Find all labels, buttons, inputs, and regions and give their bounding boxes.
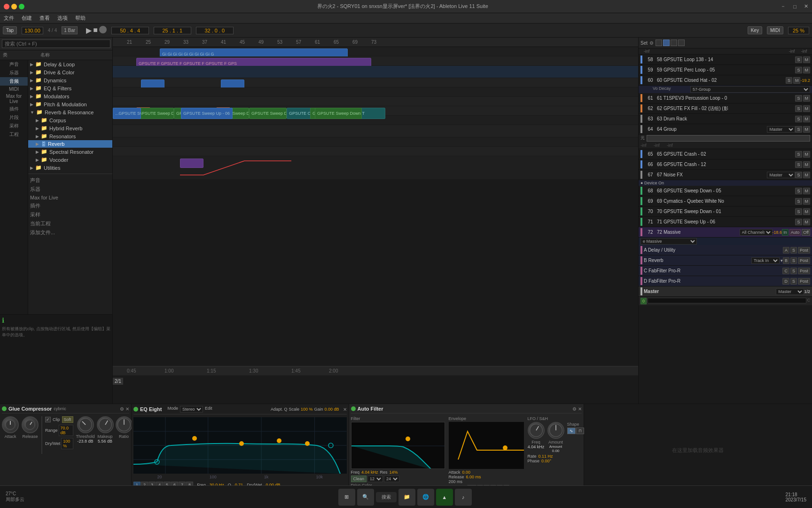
device-settings-icon[interactable]: ⚙ (120, 406, 124, 412)
browser-pitch[interactable]: ▶📁 Pitch & Modulation (28, 100, 112, 108)
envelope-display[interactable] (449, 422, 524, 469)
adapt-q-label[interactable]: Adapt. Q (271, 407, 288, 412)
mode-select[interactable]: Stereo (180, 406, 203, 413)
shape-square[interactable]: ⊓ (576, 428, 584, 434)
window-controls[interactable] (4, 4, 24, 9)
s-button[interactable]: S (790, 247, 797, 254)
taskbar-search[interactable]: 🔍 (357, 489, 374, 506)
tap-button[interactable]: Tap (3, 26, 17, 34)
clip[interactable]: GPSUTE Sweep Do (249, 108, 287, 119)
browser-delay[interactable]: ▶📁 Delay & Loop (28, 60, 112, 68)
threshold-val[interactable]: -23.8 dB (78, 439, 94, 444)
mixer-master[interactable]: Master Master 1/2 (639, 286, 812, 297)
browser-reverb[interactable]: ▶🎛 Reverb (28, 140, 112, 148)
track-row[interactable]: Gi Gi Gi Gi Gi Gi Gi Gi Gi G (113, 47, 638, 56)
track-row[interactable]: GPSUTE Sweep Down - GPSUTE Sweep Down - … (113, 137, 638, 147)
mixer-track-66[interactable]: 66 66 GPSUTE Crash - 12 S M (639, 159, 812, 170)
browser-sound[interactable]: 声音 (28, 176, 112, 185)
mixer-track-reverb[interactable]: B Reverb Track In ▾ B S Post (639, 255, 812, 266)
bars-selector[interactable]: 1 Bar (62, 26, 78, 34)
position-display[interactable]: 50 . 4 . 4 (111, 27, 149, 34)
s-button[interactable]: S (795, 208, 802, 215)
m-button[interactable]: M (803, 219, 811, 225)
s-button[interactable]: S (795, 188, 802, 194)
m-button[interactable]: M (803, 67, 811, 73)
post-button[interactable]: Post (798, 257, 810, 264)
browser-spectral[interactable]: ▶📁 Spectral Resonator (28, 148, 112, 156)
post-button[interactable]: Post (798, 268, 810, 274)
start-button[interactable]: ⊞ (338, 489, 355, 506)
cat-instrument[interactable]: 乐器 (0, 69, 28, 77)
cat-project[interactable]: 工程 (0, 130, 28, 139)
bpm-display[interactable]: 130.00 (22, 27, 43, 34)
af-close-icon[interactable]: ✕ (578, 406, 582, 412)
mixer-track-delay[interactable]: A Delay / Utility A S Post (639, 245, 812, 255)
mixer-track-70[interactable]: 70 70 GPSUTE Sweep Down - 01 S M (639, 206, 812, 217)
mixer-track-58[interactable]: 58 58 GPSUTE Loop 138 - 14 S M (639, 55, 812, 65)
mixer-track-fabfilter-c[interactable]: C FabFilter Pro-R C S Post (639, 266, 812, 276)
track-row[interactable]: Cymati Cymati (113, 125, 638, 137)
mixer-track-fabfilter-d[interactable]: D FabFilter Pro-R D S Post (639, 276, 812, 286)
m-button[interactable]: M (803, 208, 811, 215)
d-button[interactable]: D (782, 278, 789, 285)
amount-knob[interactable] (547, 422, 564, 439)
track-row[interactable] (113, 78, 638, 87)
browser-current[interactable]: 当前工程 (28, 219, 112, 228)
arrangement-view[interactable]: 21 25 29 33 37 41 45 49 53 57 61 65 69 7… (113, 38, 638, 404)
filter-display[interactable] (351, 422, 445, 469)
m-button[interactable]: M (803, 126, 811, 133)
res-val[interactable]: 14% (390, 470, 398, 475)
attack-val-af[interactable]: 0.00 (462, 470, 471, 475)
instrument-select[interactable]: e Massive (640, 238, 697, 245)
drive-select[interactable]: 12 (367, 476, 383, 482)
s-button[interactable]: S (795, 116, 802, 122)
mixer-track-64[interactable]: 64 64 Group Master S M (639, 124, 812, 135)
track-controls[interactable]: S M (795, 208, 810, 215)
browser-max[interactable]: Max for Live (28, 194, 112, 201)
fader-0[interactable]: 0 (640, 298, 647, 304)
m-button[interactable]: M (793, 77, 801, 84)
track-controls[interactable]: A S Post (783, 247, 810, 254)
cat-max[interactable]: Max for Live (0, 93, 28, 105)
routing-select-72[interactable]: All Channels (740, 229, 773, 236)
release-val-af[interactable]: 6.00 ms (466, 475, 481, 479)
track-row[interactable] (113, 66, 638, 78)
win-min-icon[interactable]: － (781, 3, 786, 10)
s-button[interactable]: S (795, 67, 802, 73)
track-controls[interactable]: B S Post (783, 257, 810, 264)
taskbar-search-box[interactable]: 搜索 (376, 492, 397, 502)
maximize-btn[interactable] (19, 4, 24, 9)
post-button[interactable]: Post (798, 278, 810, 285)
s-button[interactable]: S (795, 198, 802, 205)
browser-drive[interactable]: ▶📁 Drive & Color (28, 68, 112, 76)
clip[interactable]: ...GPSUTE Swee (113, 108, 141, 119)
set-btn3[interactable] (671, 40, 677, 46)
menu-create[interactable]: 创建 (22, 15, 32, 22)
s-button[interactable]: S (795, 219, 802, 225)
track-row[interactable] (113, 87, 638, 97)
browser-samples[interactable]: 采样 (28, 210, 112, 219)
mixer-track-59[interactable]: 59 59 GPSUTE Perc Loop - 05 S M (639, 65, 812, 75)
routing-select-67[interactable]: Master (767, 172, 795, 178)
track-controls[interactable]: S M (795, 95, 810, 102)
clean-btn[interactable]: Clean (351, 476, 367, 482)
browser-add-files[interactable]: 添加文件... (28, 228, 112, 237)
mixer-track-63[interactable]: 63 63 Drum Rack S M (639, 114, 812, 124)
record-button[interactable] (99, 26, 107, 33)
mixer-track-65[interactable]: 65 65 GPSUTE Crash - 02 S M (639, 149, 812, 159)
master-fader-row[interactable]: 0 C (639, 297, 812, 305)
ratio-knob[interactable] (116, 416, 133, 433)
set-btn4[interactable] (678, 40, 685, 46)
s-button[interactable]: S (795, 105, 802, 112)
routing-select-64[interactable]: Master (767, 126, 795, 133)
track-controls[interactable]: In Auto Off (782, 229, 810, 236)
close-btn[interactable] (4, 4, 9, 9)
af-power-button[interactable] (351, 406, 356, 411)
freq-val-lfo[interactable]: 4.04 kHz (528, 444, 545, 449)
auto-btn[interactable]: In (782, 229, 789, 236)
track-controls[interactable]: S M (795, 56, 810, 63)
reverb-routing-select[interactable]: Track In (751, 257, 780, 264)
set-btn1[interactable] (656, 40, 662, 46)
clip-checkbox[interactable]: ✓ (45, 417, 51, 422)
menu-options[interactable]: 选项 (57, 15, 68, 22)
